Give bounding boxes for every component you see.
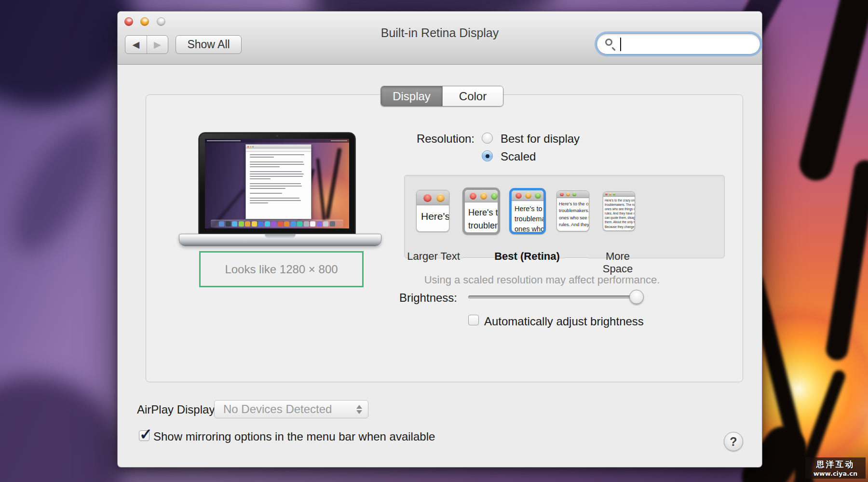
green-traffic-light-icon bbox=[491, 192, 498, 200]
brightness-slider-knob[interactable] bbox=[629, 290, 644, 304]
mini-dock bbox=[211, 220, 343, 228]
tab-display[interactable]: Display bbox=[381, 86, 442, 106]
more-space-label: More Space bbox=[590, 250, 646, 275]
airplay-dropdown[interactable]: No Devices Detected bbox=[214, 400, 368, 418]
separator-line bbox=[565, 257, 588, 258]
looks-like-highlight-box: Looks like 1280 × 800 bbox=[199, 251, 364, 287]
auto-brightness-label[interactable]: Automatically adjust brightness bbox=[484, 315, 644, 328]
resolution-thumbnail-4[interactable]: Here's to the crtroublemakers.ones who s… bbox=[556, 190, 589, 231]
mini-document-text bbox=[246, 152, 312, 207]
radio-best-label[interactable]: Best for display bbox=[501, 132, 580, 146]
checkmark-icon: ✓ bbox=[139, 425, 152, 443]
red-traffic-light-icon bbox=[423, 194, 432, 202]
resolution-thumbnail-2[interactable]: Here's totroublem bbox=[462, 187, 500, 235]
yellow-traffic-light-icon bbox=[609, 193, 611, 195]
auto-brightness-checkbox[interactable]: ✓ bbox=[468, 315, 479, 325]
macbook-screen bbox=[205, 139, 349, 228]
performance-note: Using a scaled resolution may affect per… bbox=[383, 274, 701, 286]
green-traffic-light-icon bbox=[572, 192, 576, 196]
red-traffic-light-icon bbox=[515, 192, 522, 199]
dropdown-arrows-icon bbox=[353, 405, 368, 414]
window-toolbar: Built-in Retina Display ◀ ▶ Show All bbox=[118, 12, 762, 65]
yellow-traffic-light-icon bbox=[436, 194, 445, 202]
watermark: 思洋互动 www.ciya.cn bbox=[805, 457, 866, 479]
help-button[interactable]: ? bbox=[724, 432, 743, 451]
brightness-slider[interactable] bbox=[468, 295, 643, 299]
desktop: Built-in Retina Display ◀ ▶ Show All Dis… bbox=[0, 0, 868, 482]
thumbnail-titlebar bbox=[557, 191, 589, 198]
forward-button: ▶ bbox=[147, 36, 168, 54]
resolution-label: Resolution: bbox=[378, 132, 475, 146]
green-traffic-light-icon bbox=[535, 192, 541, 199]
thumbnail-titlebar bbox=[512, 190, 543, 201]
mini-menu-bar bbox=[205, 139, 349, 143]
green-traffic-light-icon bbox=[613, 193, 615, 195]
zoom-button bbox=[157, 17, 165, 26]
mirroring-checkbox[interactable]: ✓ bbox=[139, 430, 149, 441]
yellow-traffic-light-icon bbox=[525, 192, 531, 199]
thumbnail-titlebar bbox=[465, 190, 498, 202]
resolution-thumbnail-1[interactable]: Here's bbox=[416, 190, 449, 232]
yellow-traffic-light-icon bbox=[566, 192, 570, 196]
mini-textedit-window bbox=[245, 144, 312, 219]
search-input[interactable] bbox=[597, 33, 760, 54]
thumbnail-preview-text: Here's bbox=[417, 205, 449, 222]
macbook-illustration bbox=[198, 132, 356, 234]
yellow-traffic-light-icon bbox=[480, 192, 487, 200]
larger-text-label: Larger Text bbox=[405, 250, 462, 263]
thumbnail-preview-text: Here's to the crazy onetroublemakers. Th… bbox=[603, 197, 635, 229]
thumbnail-titlebar bbox=[417, 190, 449, 205]
airplay-dropdown-value: No Devices Detected bbox=[215, 402, 353, 416]
thumbnail-preview-text: Here's totroublem bbox=[465, 202, 498, 232]
red-traffic-light-icon bbox=[605, 193, 608, 195]
mirroring-label[interactable]: Show mirroring options in the menu bar w… bbox=[153, 430, 435, 443]
resolution-thumbnail-5[interactable]: Here's to the crazy onetroublemakers. Th… bbox=[603, 191, 635, 231]
thumbnail-titlebar bbox=[603, 192, 635, 197]
thumbnail-preview-text: Here's to thtroublemakones who s bbox=[512, 201, 543, 234]
macbook-camera-dot bbox=[276, 135, 278, 137]
mini-toolbar bbox=[246, 148, 312, 152]
resolution-thumbnail-3-selected[interactable]: Here's to thtroublemakones who s bbox=[509, 188, 546, 234]
search-icon bbox=[605, 39, 612, 46]
back-button[interactable]: ◀ bbox=[125, 36, 147, 54]
looks-like-label: Looks like 1280 × 800 bbox=[201, 253, 362, 286]
pane-tabs: Display Color bbox=[380, 86, 503, 107]
brightness-label: Brightness: bbox=[359, 291, 457, 305]
red-traffic-light-icon bbox=[560, 192, 564, 196]
close-button[interactable] bbox=[124, 17, 133, 26]
radio-scaled-label[interactable]: Scaled bbox=[501, 150, 536, 163]
radio-best-for-display[interactable] bbox=[482, 133, 493, 144]
red-traffic-light-icon bbox=[470, 192, 476, 200]
watermark-line1: 思洋互动 bbox=[807, 459, 864, 470]
radio-scaled[interactable] bbox=[482, 150, 493, 161]
show-all-button[interactable]: Show All bbox=[176, 35, 242, 54]
best-retina-label: Best (Retina) bbox=[491, 250, 563, 263]
tab-color[interactable]: Color bbox=[442, 86, 503, 106]
nav-segmented-control: ◀ ▶ bbox=[125, 35, 168, 54]
mini-titlebar bbox=[246, 145, 312, 148]
watermark-line2: www.ciya.cn bbox=[807, 470, 864, 477]
scaled-resolution-picker: Here'sHere's totroublemHere's to thtroub… bbox=[404, 175, 725, 258]
system-preferences-window: Built-in Retina Display ◀ ▶ Show All Dis… bbox=[117, 11, 762, 468]
text-cursor bbox=[620, 38, 621, 51]
macbook-base bbox=[179, 234, 381, 246]
minimize-button[interactable] bbox=[140, 17, 149, 26]
airplay-label: AirPlay Display: bbox=[137, 403, 218, 416]
thumbnail-preview-text: Here's to the crtroublemakers.ones who s… bbox=[557, 198, 589, 228]
macbook-notch bbox=[265, 234, 296, 238]
